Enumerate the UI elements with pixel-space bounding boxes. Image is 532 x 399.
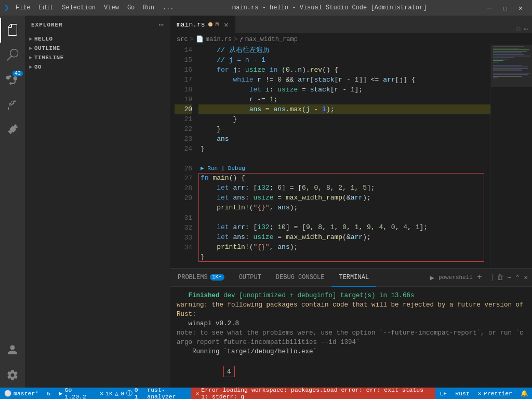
titlebar: ❯ File Edit Selection View Go Run ... ma… xyxy=(0,0,532,16)
code-line-24: } xyxy=(198,144,490,154)
tab-more-actions[interactable]: ⋯ xyxy=(524,25,528,33)
run-link[interactable]: ▶ Run | Debug xyxy=(201,164,245,174)
panel: PROBLEMS 1K+ OUTPUT DEBUG CONSOLE TERMIN… xyxy=(170,268,532,388)
minimap-svg xyxy=(491,45,532,263)
tab-icon-letter: M xyxy=(216,21,219,28)
breadcrumb-file-icon: 📄 xyxy=(196,35,204,43)
debug-arrow: ● xyxy=(196,104,197,114)
menu-view[interactable]: View xyxy=(101,3,122,12)
terminal-line-2: warning: the following packages contain … xyxy=(177,300,526,319)
activitybar-search[interactable] xyxy=(0,43,25,68)
go-icon: ▶ xyxy=(59,390,62,397)
tab-main-rs[interactable]: main.rs M ✕ xyxy=(170,16,235,33)
tab-debug-console[interactable]: DEBUG CONSOLE xyxy=(269,269,332,287)
panel-tab-actions: ▶ powershell + ⎹ 🗑 ⋯ ⌃ ✕ xyxy=(430,273,532,282)
tab-close[interactable]: ✕ xyxy=(224,20,228,29)
status-error-msg[interactable]: ✕ Error loading workspace: packages.Load… xyxy=(191,388,435,399)
run-debug-bar: ▶ Run | Debug xyxy=(198,164,490,173)
panel-close-icon[interactable]: ✕ xyxy=(524,273,528,282)
breadcrumb-mainrs[interactable]: main.rs xyxy=(206,36,232,43)
main-area: 43 EXPLORER ⋯ ► HELLO xyxy=(0,16,532,388)
code-editor[interactable]: 14 15 16 17 18 19 20 21 22 23 24 26 27 2… xyxy=(170,45,532,268)
status-branch[interactable]: ⚪ master* xyxy=(0,388,43,399)
sidebar-section-timeline[interactable]: ► TIMELINE xyxy=(25,53,170,62)
hello-arrow: ► xyxy=(29,36,32,42)
code-line-14: // 从右往左遍历 xyxy=(198,45,490,55)
code-line-28: let ans: usize = max_width_ramp(&arr); xyxy=(198,193,490,203)
new-terminal-icon[interactable]: ▶ xyxy=(430,273,434,282)
sidebar-section-go[interactable]: ► GO xyxy=(25,62,170,72)
vscode-icon: ❯ xyxy=(4,3,9,13)
ln-21: 21 xyxy=(175,114,192,124)
activitybar-source-control[interactable]: 43 xyxy=(0,68,25,92)
sidebar-section-hello[interactable]: ► HELLO xyxy=(25,34,170,44)
titlebar-left: ❯ File Edit Selection View Go Run ... xyxy=(4,3,177,13)
menu-file[interactable]: File xyxy=(12,3,34,12)
code-content: // 从右往左遍历 // j = n - 1 for j: usize in (… xyxy=(196,45,490,268)
status-notifications[interactable]: 🔔 xyxy=(516,388,532,399)
error-msg-icon: ✕ xyxy=(195,390,199,397)
activitybar-extensions[interactable] xyxy=(0,117,25,142)
kill-terminal-icon[interactable]: 🗑 xyxy=(497,274,503,282)
menu-run[interactable]: Run xyxy=(140,3,157,12)
code-line-34: } xyxy=(198,252,490,262)
window-title: main.rs - hello - Visual Studio Code [Ad… xyxy=(177,4,482,11)
status-language[interactable]: Rust xyxy=(451,388,474,399)
ln-35 xyxy=(175,252,192,262)
panel-collapse-icon[interactable]: ⌃ xyxy=(515,273,520,282)
ln-34: 34 xyxy=(175,243,192,252)
sidebar-section-outline[interactable]: ► OUTLINE xyxy=(25,44,170,53)
activitybar-settings[interactable] xyxy=(0,363,25,388)
ln-22: 22 xyxy=(175,124,192,134)
split-terminal-icon[interactable]: ⎹ xyxy=(486,274,493,282)
terminal-output-box: 4 xyxy=(177,356,526,387)
outline-label: OUTLINE xyxy=(34,45,60,51)
status-errors[interactable]: ✕ 1K △ 0 ⓘ 0 1 xyxy=(96,388,143,399)
code-line-19: r -= 1; xyxy=(198,95,490,104)
tab-terminal[interactable]: TERMINAL xyxy=(331,269,376,287)
code-line-17: while r != 0 && arr[stack[r - 1]] <= arr… xyxy=(198,75,490,85)
status-prettier[interactable]: ✕ Prettier xyxy=(474,388,516,399)
ln-33: 33 xyxy=(175,233,192,243)
panel-tabs: PROBLEMS 1K+ OUTPUT DEBUG CONSOLE TERMIN… xyxy=(170,269,532,287)
maximize-button[interactable]: ☐ xyxy=(498,3,512,13)
outline-arrow: ► xyxy=(29,46,32,51)
menu-more[interactable]: ... xyxy=(159,3,177,12)
branch-label: master* xyxy=(14,390,38,397)
prettier-icon: ✕ xyxy=(478,390,482,397)
ln-29: 29 xyxy=(175,193,192,203)
code-line-15: // j = n - 1 xyxy=(198,55,490,65)
activitybar-explorer[interactable] xyxy=(0,18,25,43)
menu-selection[interactable]: Selection xyxy=(59,3,99,12)
breadcrumb-sep2: > xyxy=(234,36,237,43)
split-editor-icon[interactable]: ☐ xyxy=(516,25,521,33)
terminal-more-actions[interactable]: ⋯ xyxy=(508,273,512,282)
sync-icon: ↻ xyxy=(47,390,50,397)
code-line-31: let arr: [i32; 10] = [9, 8, 1, 0, 1, 9, … xyxy=(198,222,490,232)
breadcrumb-function[interactable]: max_width_ramp xyxy=(245,36,298,43)
ln-32: 32 xyxy=(175,223,192,233)
editor-area: main.rs M ✕ ☐ ⋯ src > 📄 main.rs > ƒ max_… xyxy=(170,16,532,388)
menu-edit[interactable]: Edit xyxy=(35,3,57,12)
close-button[interactable]: ✕ xyxy=(513,3,528,13)
tab-output[interactable]: OUTPUT xyxy=(232,269,269,287)
activitybar-run[interactable] xyxy=(0,92,25,117)
warning-icon: △ xyxy=(115,390,118,397)
tab-problems[interactable]: PROBLEMS 1K+ xyxy=(170,269,232,287)
ln-31: 31 xyxy=(175,213,192,223)
terminal-content[interactable]: Finished dev [unoptimized + debuginfo] t… xyxy=(170,287,532,388)
add-terminal-icon[interactable]: + xyxy=(477,273,482,282)
status-line-ending[interactable]: LF xyxy=(435,388,451,399)
status-sync[interactable]: ↻ xyxy=(43,388,55,399)
status-go-version[interactable]: ▶ Go 1.20.2 xyxy=(55,388,96,399)
status-rust-analyzer[interactable]: rust-analyzer xyxy=(143,388,191,399)
activitybar-account[interactable] xyxy=(0,338,25,363)
menu-go[interactable]: Go xyxy=(124,3,138,12)
ln-24: 24 xyxy=(175,144,192,154)
breadcrumb-src[interactable]: src xyxy=(177,36,188,43)
minimap[interactable] xyxy=(490,45,532,268)
error-icon: ✕ xyxy=(100,390,103,397)
minimize-button[interactable]: — xyxy=(482,3,497,13)
code-line-18: let i: usize = stack[r - 1]; xyxy=(198,85,490,95)
sidebar-more-actions[interactable]: ⋯ xyxy=(158,20,164,30)
